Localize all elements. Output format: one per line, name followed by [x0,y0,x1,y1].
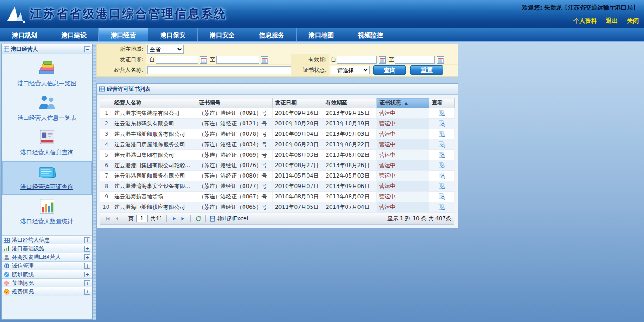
table-row[interactable]: 4 连云港港口房屋维修服务公司 （苏连）港经证（0034）号 2010年06月2… [100,139,455,150]
table-row[interactable]: 9 连云港海航基地货场 （苏连）港经证（0067）号 2010年08月03日 2… [100,192,455,202]
expand-button[interactable]: + [84,237,90,243]
expand-button[interactable]: + [84,289,90,295]
sidebar-splitter[interactable] [93,44,96,320]
col-operator-name[interactable]: 经营人名称 [112,98,196,108]
table-row[interactable]: 3 连云港丰裕船舶服务有限公司 （苏连）港经证（0078）号 2010年09月0… [100,129,455,139]
sidebar-item-info-overview-chart[interactable]: 港口经营人信息一览图 [3,58,91,91]
col-valid-until[interactable]: 有效期至 [323,98,377,108]
operator-name-input[interactable] [147,66,298,74]
view-detail-icon[interactable] [439,173,445,179]
tab-port-construction[interactable]: 港口建设 [49,28,99,41]
issue-date-cell: 2010年10月20日 [273,119,323,129]
prev-page-icon[interactable] [113,215,120,222]
export-excel-button[interactable]: 输出到Excel [210,215,248,223]
table-row[interactable]: 2 连云港东粮码头有限公司 （苏连）港经证（0121）号 2010年10月20日… [100,119,455,129]
view-cell[interactable] [429,150,455,160]
record-summary: 显示 1 到 10 条 共 407条 [387,215,451,223]
table-row[interactable]: 7 连云港港腾船舶服务有限公司 （苏连）港经证（0080）号 2011年05月0… [100,171,455,181]
view-detail-icon[interactable] [439,193,445,200]
status-select[interactable]: =请选择= [331,66,370,74]
calendar-icon[interactable] [379,56,386,64]
sidebar-item-info-query[interactable]: 港口经营人信息查询 [3,127,91,160]
view-detail-icon[interactable] [439,110,445,117]
table-row[interactable]: 6 连云港港口集团有限公司轮驳... （苏连）港经证（0076）号 2010年0… [100,160,455,171]
query-button[interactable]: 查询 [373,65,406,75]
status-cell: 营运中 [377,129,429,139]
tab-video-monitoring[interactable]: 视频监控 [346,28,395,41]
logout-link[interactable]: 退出 [606,17,618,24]
first-page-icon[interactable] [104,215,111,222]
expand-button[interactable]: + [84,280,90,286]
view-cell[interactable] [429,181,455,192]
sidebar-group-integrity-management[interactable]: 诚信管理 + [2,262,92,270]
sidebar-item-operator-statistics[interactable]: 港口经营人数量统计 [3,196,91,229]
table-row[interactable]: 1 连云港东鸿集装箱有限公司 （苏连）港经证（0091）号 2010年09月16… [100,108,455,119]
last-page-icon[interactable] [180,215,187,222]
sidebar-group-fees[interactable]: 规费情况 + [2,287,92,296]
search-form: 所在地域: 全省 发证日期: 自 至 有效期: 自 至 经营人名称: 证书状态: [96,44,458,77]
view-detail-icon[interactable] [439,141,445,148]
sidebar-group-operator-info[interactable]: 港口经营人信息 + [2,236,92,244]
calendar-icon[interactable] [261,56,268,64]
table-row[interactable]: 8 连云港港湾海事安全设备有限... （苏连）港经证（0077）号 2010年0… [100,181,455,192]
next-page-icon[interactable] [171,215,178,222]
validity-to-input[interactable] [395,56,435,64]
issue-date-to-input[interactable] [216,56,259,64]
view-detail-icon[interactable] [439,131,445,138]
expand-button[interactable]: + [84,272,90,277]
view-cell[interactable] [429,202,455,213]
view-cell[interactable] [429,129,455,139]
tab-port-map[interactable]: 港口地图 [297,28,346,41]
view-cell[interactable] [429,119,455,129]
tab-port-safety[interactable]: 港口安全 [198,28,247,41]
issue-date-from-input[interactable] [156,56,198,64]
region-select[interactable]: 全省 [147,45,184,54]
view-cell[interactable] [429,108,455,119]
collapse-button[interactable]: − [84,46,90,52]
sidebar-item-license-query[interactable]: 港口经营许可证查询 [3,162,91,194]
tab-port-security[interactable]: 港口保安 [148,28,198,41]
tab-port-planning[interactable]: 港口规划 [0,28,49,41]
view-detail-icon[interactable] [439,152,445,159]
view-detail-icon[interactable] [439,204,445,211]
operator-name-label: 经营人名称: [97,65,146,76]
view-cell[interactable] [429,139,455,150]
panel-title: 经营许可证书列表 [107,85,151,93]
tab-information-service[interactable]: 信息服务 [247,28,297,41]
row-number: 1 [100,108,112,119]
certificate-number-cell: （苏连）港经证（0069）号 [196,150,273,160]
expand-button[interactable]: + [84,246,90,252]
col-certificate-number[interactable]: 证书编号 [196,98,273,108]
profile-link[interactable]: 个人资料 [573,17,597,24]
validity-from-input[interactable] [337,56,377,64]
expand-button[interactable]: + [84,254,90,260]
sidebar-group-foreign-investment[interactable]: 外商投资港口经营人 + [2,253,92,262]
calendar-icon[interactable] [200,56,207,64]
pager-divider [205,215,206,222]
sidebar-group-flight-routes[interactable]: 航班航线 + [2,270,92,279]
col-issue-date[interactable]: 发证日期 [273,98,323,108]
tab-port-operation[interactable]: 港口经营 [99,28,148,41]
page-number-input[interactable] [136,215,148,222]
table-row[interactable]: 5 连云港港口集团有限公司 （苏连）港经证（0069）号 2010年08月03日… [100,150,455,160]
issue-date-cell: 2010年09月07日 [273,181,323,192]
sidebar-group-energy-saving[interactable]: 节能情况 + [2,279,92,287]
view-detail-icon[interactable] [439,183,445,190]
sidebar-item-info-overview-table[interactable]: 港口经营人信息一览表 [3,93,91,125]
sidebar-group-infrastructure[interactable]: 港口基础设施 + [2,244,92,253]
reset-button[interactable]: 重置 [410,65,443,75]
refresh-icon[interactable] [195,215,202,222]
sidebar-group-port-operators[interactable]: 港口经营人 − [2,44,92,54]
col-status[interactable]: 证书状态▲ [377,98,429,108]
view-cell[interactable] [429,160,455,171]
globe-icon [4,263,10,269]
view-detail-icon[interactable] [439,120,445,127]
calendar-icon[interactable] [437,56,444,64]
close-link[interactable]: 关闭 [627,17,639,24]
view-detail-icon[interactable] [439,162,445,169]
table-row[interactable]: 10 连云港海巨船舶供应有限公司 （苏连）港经证（0065）号 2011年07月… [100,202,455,213]
view-cell[interactable] [429,171,455,181]
sidebar-group-label: 诚信管理 [12,262,84,270]
view-cell[interactable] [429,192,455,202]
expand-button[interactable]: + [84,263,90,269]
